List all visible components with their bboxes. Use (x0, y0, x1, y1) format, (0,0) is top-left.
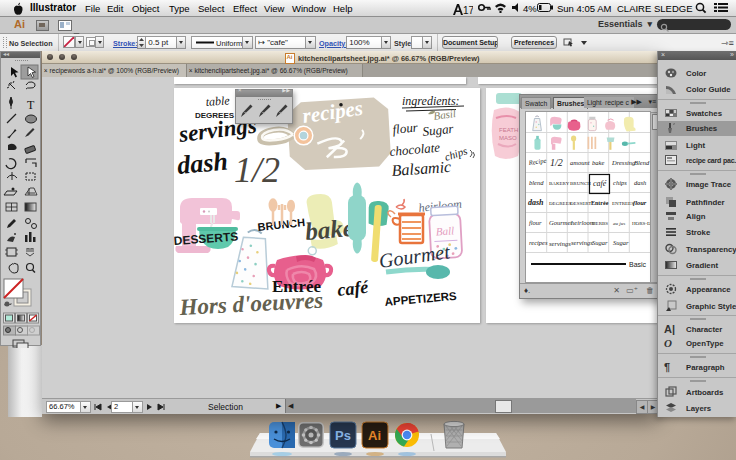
svg-text:FEATH: FEATH (499, 127, 518, 133)
svg-text:Ball: Ball (436, 224, 455, 237)
svg-text:bake: bake (304, 214, 355, 245)
svg-text:Basic: Basic (629, 261, 647, 268)
svg-text:recipes: recipes (529, 239, 548, 246)
svg-text:MASO: MASO (499, 135, 517, 141)
svg-text:chips: chips (613, 179, 627, 186)
svg-text:bake: bake (592, 159, 604, 166)
svg-text:Hors d'oeuvres: Hors d'oeuvres (178, 288, 324, 321)
svg-text:APPETIZERS: APPETIZERS (384, 290, 457, 308)
svg-text:Sugar: Sugar (592, 239, 608, 246)
svg-text:Sugar: Sugar (422, 121, 455, 139)
svg-text:1/2: 1/2 (550, 157, 563, 168)
svg-text:servings: servings (549, 240, 571, 247)
svg-text:ingredients:: ingredients: (402, 94, 460, 108)
svg-text:DESSERT: DESSERT (570, 201, 591, 206)
svg-text:au jus: au jus (613, 221, 625, 226)
svg-text:Blend: Blend (634, 159, 650, 166)
svg-text:ENTREES: ENTREES (612, 201, 634, 206)
svg-text:café: café (593, 179, 607, 188)
svg-text:DEGREES: DEGREES (549, 201, 572, 206)
svg-text:BRUNCH: BRUNCH (570, 181, 591, 186)
svg-text:Entrée: Entrée (591, 200, 609, 206)
svg-text:Dressing: Dressing (611, 159, 636, 166)
svg-text:café: café (336, 277, 370, 300)
svg-text:Gourmet: Gourmet (549, 219, 572, 226)
svg-text:flour: flour (529, 219, 542, 226)
svg-text:amount: amount (570, 159, 590, 166)
svg-text:Recipe: Recipe (527, 157, 547, 167)
svg-text:Ps: Ps (335, 428, 351, 443)
svg-text:dash: dash (528, 198, 544, 207)
svg-text:table: table (205, 93, 231, 109)
svg-text:HORS-D: HORS-D (632, 221, 650, 226)
svg-text:Balsamic: Balsamic (391, 158, 452, 179)
svg-text:Uniform: Uniform (216, 39, 242, 48)
svg-text:chocolate: chocolate (389, 140, 441, 159)
svg-text:17: 17 (463, 5, 473, 16)
svg-text:flour: flour (392, 119, 420, 137)
svg-text:BAKERY: BAKERY (549, 181, 570, 186)
svg-text:dash: dash (176, 147, 229, 180)
svg-text:flour: flour (633, 199, 647, 206)
svg-text:Ai: Ai (368, 428, 381, 443)
svg-text:dash: dash (634, 179, 646, 186)
svg-text:T: T (27, 98, 35, 112)
svg-text:Sugar: Sugar (613, 239, 629, 246)
svg-text:1/2: 1/2 (234, 150, 280, 190)
svg-text:HERBS: HERBS (592, 221, 608, 226)
svg-text:blend: blend (529, 179, 544, 186)
svg-text:Basil: Basil (433, 107, 457, 122)
svg-text:servings: servings (571, 239, 593, 246)
